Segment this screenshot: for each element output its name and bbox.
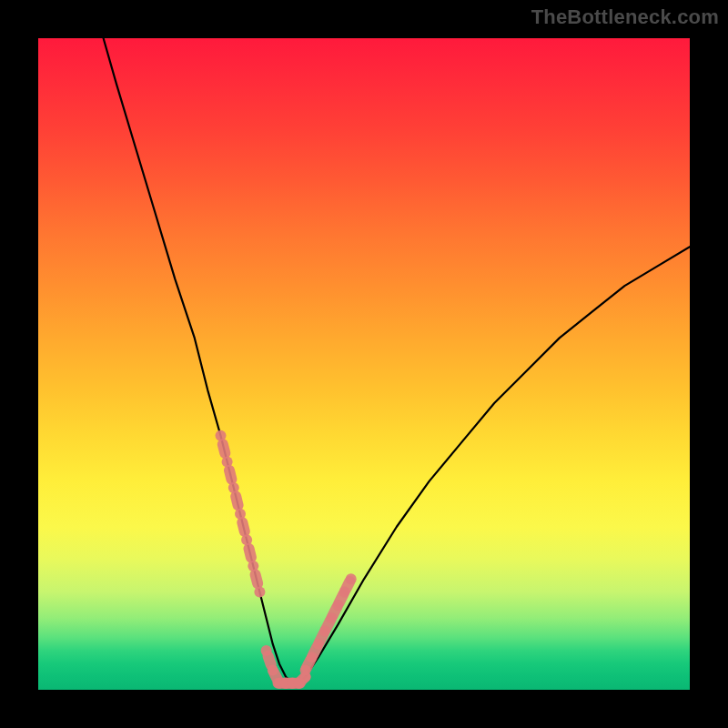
svg-point-33 (300, 665, 311, 676)
svg-point-38 (332, 600, 343, 611)
plot-area (38, 38, 690, 690)
svg-point-36 (319, 626, 330, 637)
svg-point-37 (326, 612, 337, 623)
svg-point-34 (307, 652, 318, 662)
bottleneck-curve (104, 38, 690, 683)
svg-point-10 (241, 534, 252, 545)
svg-point-40 (346, 573, 357, 584)
svg-line-0 (223, 444, 226, 453)
svg-point-8 (228, 482, 239, 493)
svg-point-9 (235, 509, 246, 520)
svg-point-11 (248, 561, 258, 571)
svg-line-5 (256, 574, 258, 583)
watermark-text: TheBottleneck.com (531, 5, 719, 29)
svg-line-13 (268, 656, 271, 665)
svg-point-39 (339, 587, 350, 598)
svg-line-3 (242, 522, 245, 531)
svg-line-1 (229, 470, 231, 480)
svg-point-7 (222, 456, 233, 467)
svg-point-35 (313, 639, 324, 650)
chart-frame: TheBottleneck.com (0, 0, 728, 728)
highlight-segment-left (216, 430, 266, 598)
svg-line-4 (249, 549, 251, 558)
svg-point-19 (261, 645, 272, 656)
svg-line-2 (236, 497, 238, 506)
svg-point-20 (268, 665, 278, 676)
highlight-segment-right (300, 573, 357, 675)
svg-point-6 (216, 430, 227, 441)
chart-svg (38, 38, 690, 690)
svg-point-12 (254, 587, 265, 598)
